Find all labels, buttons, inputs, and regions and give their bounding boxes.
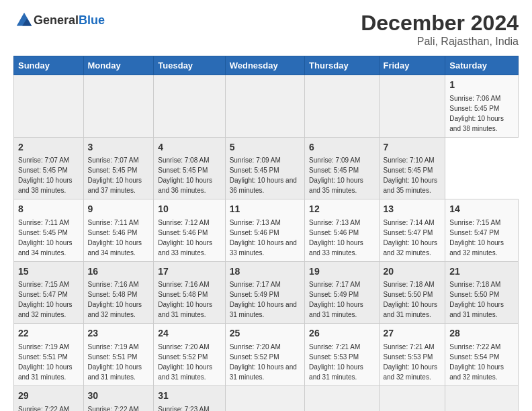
day-cell-20: 20Sunrise: 7:18 AMSunset: 5:50 PMDayligh… (379, 261, 445, 324)
day-cell-15: 15Sunrise: 7:15 AMSunset: 5:47 PMDayligh… (14, 261, 84, 324)
col-header-saturday: Saturday (445, 56, 519, 75)
day-num: 26 (309, 327, 374, 340)
day-cell-30: 30Sunrise: 7:22 AMSunset: 5:55 PMDayligh… (83, 385, 154, 411)
week-row-6: 29Sunrise: 7:22 AMSunset: 5:55 PMDayligh… (14, 385, 519, 411)
day-num: 4 (158, 141, 220, 154)
day-info: Sunrise: 7:07 AMSunset: 5:45 PMDaylight:… (88, 156, 142, 194)
day-info: Sunrise: 7:22 AMSunset: 5:54 PMDaylight:… (449, 343, 504, 381)
day-cell-28: 28Sunrise: 7:22 AMSunset: 5:54 PMDayligh… (445, 324, 519, 386)
col-header-monday: Monday (83, 56, 154, 75)
day-cell-16: 16Sunrise: 7:16 AMSunset: 5:48 PMDayligh… (83, 261, 154, 324)
day-num: 21 (449, 265, 514, 279)
day-num: 25 (230, 327, 300, 340)
day-num: 29 (18, 390, 79, 403)
empty-cell (154, 75, 225, 138)
day-info: Sunrise: 7:10 AMSunset: 5:45 PMDaylight:… (384, 156, 438, 194)
day-num: 8 (18, 203, 79, 216)
empty-cell (14, 75, 84, 138)
day-info: Sunrise: 7:15 AMSunset: 5:47 PMDaylight:… (18, 281, 73, 318)
day-num: 20 (384, 265, 441, 279)
day-info: Sunrise: 7:17 AMSunset: 5:49 PMDaylight:… (230, 281, 297, 318)
day-num: 30 (88, 390, 150, 403)
day-info: Sunrise: 7:14 AMSunset: 5:47 PMDaylight:… (384, 219, 438, 257)
day-info: Sunrise: 7:09 AMSunset: 5:45 PMDaylight:… (309, 156, 363, 194)
empty-cell (305, 75, 379, 138)
day-num: 13 (384, 203, 441, 216)
day-info: Sunrise: 7:23 AMSunset: 5:56 PMDaylight:… (158, 406, 212, 411)
day-cell-5: 5Sunrise: 7:09 AMSunset: 5:45 PMDaylight… (225, 137, 304, 199)
day-num: 14 (449, 203, 514, 216)
day-cell-1: 1Sunrise: 7:06 AMSunset: 5:45 PMDaylight… (445, 75, 519, 138)
day-info: Sunrise: 7:16 AMSunset: 5:48 PMDaylight:… (88, 281, 142, 318)
day-num: 16 (88, 265, 150, 279)
day-rise: Sunrise: 7:06 AMSunset: 5:45 PMDaylight:… (449, 95, 504, 132)
day-num: 23 (88, 327, 150, 340)
day-cell-6: 6Sunrise: 7:09 AMSunset: 5:45 PMDaylight… (305, 137, 379, 199)
header-row: SundayMondayTuesdayWednesdayThursdayFrid… (14, 56, 519, 75)
week-row-5: 22Sunrise: 7:19 AMSunset: 5:51 PMDayligh… (14, 324, 519, 386)
day-info: Sunrise: 7:11 AMSunset: 5:45 PMDaylight:… (18, 219, 73, 257)
day-num: 27 (384, 327, 441, 340)
day-info: Sunrise: 7:21 AMSunset: 5:53 PMDaylight:… (309, 343, 363, 381)
week-row-2: 2Sunrise: 7:07 AMSunset: 5:45 PMDaylight… (14, 137, 519, 199)
week-row-4: 15Sunrise: 7:15 AMSunset: 5:47 PMDayligh… (14, 261, 519, 324)
logo: GeneralBlue (13, 11, 105, 30)
title-block: December 2024 Pali, Rajasthan, India (361, 11, 519, 48)
day-num: 15 (18, 265, 79, 279)
day-num: 3 (88, 141, 150, 154)
day-info: Sunrise: 7:13 AMSunset: 5:46 PMDaylight:… (309, 219, 363, 257)
day-cell-2: 2Sunrise: 7:07 AMSunset: 5:45 PMDaylight… (14, 137, 84, 199)
week-row-1: 1Sunrise: 7:06 AMSunset: 5:45 PMDaylight… (14, 75, 519, 138)
day-cell-29: 29Sunrise: 7:22 AMSunset: 5:55 PMDayligh… (14, 385, 84, 411)
col-header-wednesday: Wednesday (225, 56, 304, 75)
day-num: 17 (158, 265, 220, 279)
day-cell-18: 18Sunrise: 7:17 AMSunset: 5:49 PMDayligh… (225, 261, 304, 324)
empty-cell (225, 385, 304, 411)
day-cell-9: 9Sunrise: 7:11 AMSunset: 5:46 PMDaylight… (83, 199, 154, 262)
day-cell-19: 19Sunrise: 7:17 AMSunset: 5:49 PMDayligh… (305, 261, 379, 324)
day-num: 11 (230, 203, 300, 216)
day-info: Sunrise: 7:19 AMSunset: 5:51 PMDaylight:… (18, 343, 73, 381)
day-num: 9 (88, 203, 150, 216)
day-info: Sunrise: 7:16 AMSunset: 5:48 PMDaylight:… (158, 281, 212, 318)
day-info: Sunrise: 7:20 AMSunset: 5:52 PMDaylight:… (230, 343, 297, 381)
day-cell-24: 24Sunrise: 7:20 AMSunset: 5:52 PMDayligh… (154, 324, 225, 386)
col-header-thursday: Thursday (305, 56, 379, 75)
day-info: Sunrise: 7:17 AMSunset: 5:49 PMDaylight:… (309, 281, 363, 318)
day-cell-4: 4Sunrise: 7:08 AMSunset: 5:45 PMDaylight… (154, 137, 225, 199)
empty-cell (379, 75, 445, 138)
day-info: Sunrise: 7:20 AMSunset: 5:52 PMDaylight:… (158, 343, 212, 381)
day-info: Sunrise: 7:12 AMSunset: 5:46 PMDaylight:… (158, 219, 212, 257)
day-num: 12 (309, 203, 374, 216)
logo-text: GeneralBlue (34, 13, 105, 28)
day-num: 22 (18, 327, 79, 340)
logo-icon (15, 11, 34, 30)
day-cell-17: 17Sunrise: 7:16 AMSunset: 5:48 PMDayligh… (154, 261, 225, 324)
logo-blue: Blue (79, 13, 105, 27)
day-cell-8: 8Sunrise: 7:11 AMSunset: 5:45 PMDaylight… (14, 199, 84, 262)
empty-cell (445, 385, 519, 411)
day-info: Sunrise: 7:18 AMSunset: 5:50 PMDaylight:… (449, 281, 504, 318)
empty-cell (83, 75, 154, 138)
day-info: Sunrise: 7:22 AMSunset: 5:55 PMDaylight:… (88, 406, 142, 411)
day-info: Sunrise: 7:15 AMSunset: 5:47 PMDaylight:… (449, 219, 504, 257)
day-cell-11: 11Sunrise: 7:13 AMSunset: 5:46 PMDayligh… (225, 199, 304, 262)
day-num: 19 (309, 265, 374, 279)
day-info: Sunrise: 7:18 AMSunset: 5:50 PMDaylight:… (384, 281, 438, 318)
day-num: 1 (449, 79, 514, 92)
day-num: 28 (449, 327, 514, 340)
day-cell-26: 26Sunrise: 7:21 AMSunset: 5:53 PMDayligh… (305, 324, 379, 386)
day-cell-27: 27Sunrise: 7:21 AMSunset: 5:53 PMDayligh… (379, 324, 445, 386)
day-num: 18 (230, 265, 300, 279)
day-num: 6 (309, 141, 374, 154)
day-info: Sunrise: 7:09 AMSunset: 5:45 PMDaylight:… (230, 156, 297, 194)
empty-cell (379, 385, 445, 411)
day-num: 10 (158, 203, 220, 216)
day-cell-22: 22Sunrise: 7:19 AMSunset: 5:51 PMDayligh… (14, 324, 84, 386)
day-info: Sunrise: 7:08 AMSunset: 5:45 PMDaylight:… (158, 156, 212, 194)
header: GeneralBlue December 2024 Pali, Rajastha… (13, 11, 519, 48)
calendar-table: SundayMondayTuesdayWednesdayThursdayFrid… (13, 56, 519, 411)
day-cell-13: 13Sunrise: 7:14 AMSunset: 5:47 PMDayligh… (379, 199, 445, 262)
week-row-3: 8Sunrise: 7:11 AMSunset: 5:45 PMDaylight… (14, 199, 519, 262)
page-container: GeneralBlue December 2024 Pali, Rajastha… (0, 0, 532, 411)
